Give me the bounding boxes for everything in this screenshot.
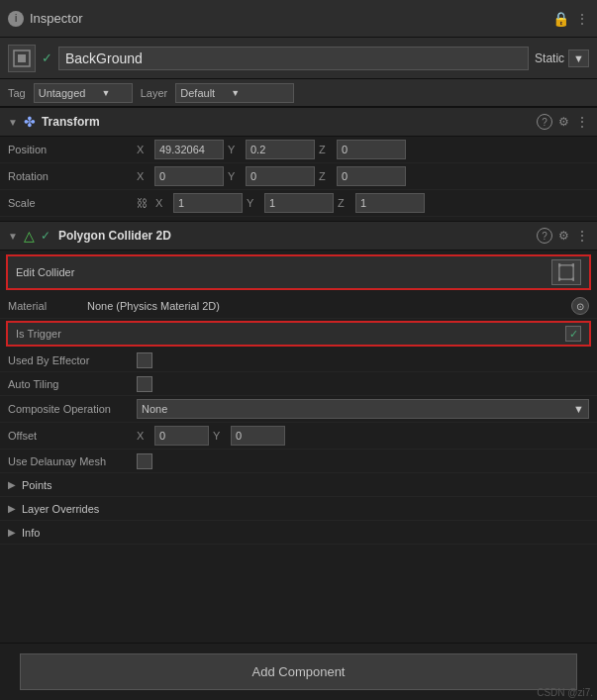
layer-caret: ▼: [231, 88, 240, 98]
gameobject-icon: [8, 45, 36, 72]
position-z[interactable]: 0: [337, 140, 406, 159]
material-row: Material None (Physics Material 2D) ⊙: [0, 294, 597, 319]
auto-tiling-row: Auto Tiling: [0, 372, 597, 396]
static-dropdown[interactable]: ▼: [568, 50, 589, 67]
rotation-x[interactable]: 0: [154, 166, 224, 186]
composite-op-label: Composite Operation: [8, 403, 137, 415]
collider-settings-icon[interactable]: ⚙: [558, 229, 569, 243]
collider-icon: △: [24, 228, 35, 244]
position-row: Position X 49.32064 Y 0.2 Z 0: [0, 137, 597, 163]
layer-dropdown[interactable]: Default ▼: [175, 83, 294, 103]
auto-tiling-label: Auto Tiling: [8, 378, 137, 390]
transform-more-icon[interactable]: ⋮: [575, 114, 589, 130]
is-trigger-row: Is Trigger ✓: [6, 321, 591, 347]
layer-value: Default: [180, 87, 215, 99]
active-checkbox[interactable]: ✓: [42, 50, 52, 65]
points-label: Points: [22, 479, 52, 491]
tag-dropdown[interactable]: Untagged ▼: [34, 83, 133, 103]
gameobject-row: ✓ BackGround Static ▼: [0, 38, 597, 79]
use-delaunay-row: Use Delaunay Mesh: [0, 450, 597, 473]
collider-title: Polygon Collider 2D: [58, 229, 531, 243]
position-y[interactable]: 0.2: [246, 140, 315, 159]
offset-x[interactable]: 0: [154, 426, 209, 446]
scale-y-label: Y: [247, 197, 260, 209]
collider-help-icon[interactable]: ?: [537, 228, 552, 244]
scale-z-label: Z: [338, 197, 351, 209]
material-picker-button[interactable]: ⊙: [571, 297, 589, 315]
inspector-title: Inspector: [30, 11, 82, 26]
edit-collider-button[interactable]: [551, 259, 581, 285]
composite-op-value: None: [142, 403, 167, 415]
svg-rect-2: [559, 265, 573, 279]
svg-point-4: [571, 263, 574, 267]
composite-op-dropdown[interactable]: None ▼: [137, 399, 589, 419]
info-label: Info: [22, 527, 40, 539]
rotation-z[interactable]: 0: [337, 166, 406, 186]
layer-overrides-label: Layer Overrides: [22, 503, 99, 515]
more-menu-icon[interactable]: ⋮: [575, 11, 589, 27]
inspector-header: i Inspector 🔒 ⋮: [0, 0, 597, 38]
use-delaunay-checkbox[interactable]: [137, 453, 152, 469]
scale-y[interactable]: 1: [264, 193, 334, 213]
pos-z-label: Z: [319, 144, 333, 155]
scale-row: Scale ⛓ X 1 Y 1 Z 1: [0, 190, 597, 217]
collider-more-icon[interactable]: ⋮: [575, 228, 589, 244]
collider-enabled-check[interactable]: ✓: [41, 229, 50, 243]
collider-section-header: ▼ △ ✓ Polygon Collider 2D ? ⚙ ⋮: [0, 221, 597, 250]
used-by-effector-label: Used By Effector: [8, 354, 137, 366]
transform-help-icon[interactable]: ?: [537, 114, 552, 130]
transform-expand-icon[interactable]: ▼: [8, 117, 18, 128]
lock-icon[interactable]: 🔒: [552, 11, 569, 27]
rotation-y[interactable]: 0: [246, 166, 315, 186]
edit-collider-label: Edit Collider: [16, 266, 551, 278]
info-expand-icon: ▶: [8, 527, 16, 538]
transform-section-header: ▼ ✤ Transform ? ⚙ ⋮: [0, 107, 597, 137]
svg-point-3: [558, 263, 561, 267]
layer-label: Layer: [141, 87, 168, 99]
scale-label: Scale: [8, 197, 137, 209]
material-value: None (Physics Material 2D): [87, 300, 571, 312]
pos-x-label: X: [137, 144, 150, 155]
is-trigger-checkbox[interactable]: ✓: [565, 326, 581, 342]
layer-overrides-row[interactable]: ▶ Layer Overrides: [0, 497, 597, 521]
tag-caret: ▼: [101, 88, 110, 98]
layer-overrides-expand-icon: ▶: [8, 503, 16, 514]
position-x[interactable]: 49.32064: [154, 140, 224, 159]
tag-layer-row: Tag Untagged ▼ Layer Default ▼: [0, 79, 597, 107]
static-label: Static: [535, 51, 564, 65]
offset-label: Offset: [8, 430, 137, 442]
svg-point-6: [571, 277, 574, 281]
is-trigger-check-icon: ✓: [569, 328, 578, 341]
tag-value: Untagged: [39, 87, 86, 99]
used-by-effector-checkbox[interactable]: [137, 352, 152, 368]
rotation-row: Rotation X 0 Y 0 Z 0: [0, 163, 597, 190]
scale-x[interactable]: 1: [173, 193, 243, 213]
rotation-label: Rotation: [8, 170, 137, 182]
collider-expand-icon[interactable]: ▼: [8, 231, 18, 242]
scale-z[interactable]: 1: [355, 193, 425, 213]
add-component-button[interactable]: Add Component: [20, 653, 577, 690]
is-trigger-label: Is Trigger: [16, 328, 565, 340]
info-circle-icon: i: [8, 11, 24, 27]
add-component-area: Add Component: [0, 643, 597, 700]
rot-x-label: X: [137, 170, 150, 182]
composite-op-row: Composite Operation None ▼: [0, 396, 597, 423]
pos-y-label: Y: [228, 144, 242, 155]
transform-icon: ✤: [24, 114, 36, 130]
material-label: Material: [8, 300, 87, 312]
caret-icon: ▼: [573, 52, 584, 64]
auto-tiling-checkbox[interactable]: [137, 376, 152, 392]
watermark: CSDN @zi7.: [537, 687, 593, 698]
svg-point-5: [558, 277, 561, 281]
points-row[interactable]: ▶ Points: [0, 473, 597, 497]
offset-y-label: Y: [213, 430, 227, 442]
transform-settings-icon[interactable]: ⚙: [558, 115, 569, 129]
scale-x-label: X: [155, 197, 169, 209]
gameobject-name[interactable]: BackGround: [58, 47, 529, 70]
offset-y[interactable]: 0: [231, 426, 285, 446]
info-row[interactable]: ▶ Info: [0, 521, 597, 545]
rot-y-label: Y: [228, 170, 242, 182]
transform-title: Transform: [42, 115, 531, 129]
scale-link-icon[interactable]: ⛓: [137, 197, 148, 209]
points-expand-icon: ▶: [8, 479, 16, 490]
